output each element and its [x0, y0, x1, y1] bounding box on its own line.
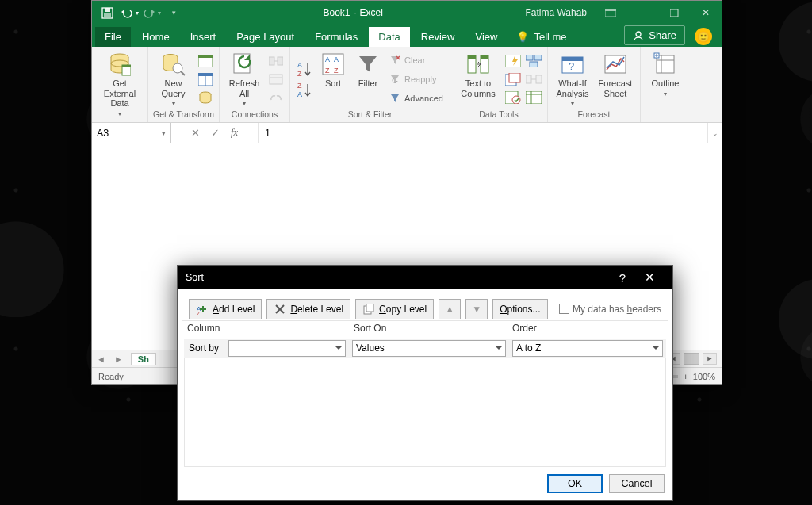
flash-fill-icon[interactable]	[504, 53, 522, 69]
connections-icon[interactable]	[267, 53, 285, 69]
group-sort-filter: Sort & Filter	[348, 109, 392, 121]
data-validation-icon[interactable]	[504, 90, 522, 105]
ok-button[interactable]: OK	[547, 474, 603, 493]
tab-page-layout[interactable]: Page Layout	[227, 27, 304, 47]
manage-data-model-icon[interactable]	[525, 90, 542, 105]
recent-sources-icon[interactable]	[197, 90, 214, 105]
advanced-icon	[389, 92, 401, 105]
from-table-icon[interactable]	[197, 71, 214, 87]
group-data-tools: Data Tools	[479, 109, 518, 121]
formula-bar: A3 ✕ ✓ fx 1 ⌄	[92, 123, 722, 143]
undo-icon[interactable]: ▾	[119, 2, 140, 23]
svg-rect-10	[122, 65, 131, 67]
sheet-nav[interactable]: ◄ ►	[97, 354, 126, 364]
svg-rect-4	[605, 9, 616, 11]
ribbon-display-icon[interactable]	[595, 1, 626, 25]
sheet-tab[interactable]: Sh	[131, 353, 156, 365]
cancel-button[interactable]: Cancel	[609, 474, 665, 493]
filter-button[interactable]: Filter	[352, 48, 384, 89]
outline-icon	[653, 52, 678, 77]
tab-data[interactable]: Data	[369, 27, 409, 47]
svg-rect-71	[366, 304, 373, 312]
expand-formula-bar-icon[interactable]: ⌄	[707, 123, 722, 143]
svg-point-44	[512, 96, 520, 104]
svg-text:Z: Z	[197, 311, 201, 315]
clear-filter-button[interactable]: Clear	[387, 52, 445, 69]
properties-icon[interactable]	[267, 71, 285, 87]
minimize-icon[interactable]: ─	[626, 1, 658, 25]
svg-text:A: A	[297, 61, 302, 69]
bulb-icon: 💡	[516, 31, 529, 43]
qat-customize-icon[interactable]: ▾	[163, 2, 184, 23]
save-icon[interactable]	[97, 2, 117, 23]
tab-view[interactable]: View	[465, 27, 507, 47]
maximize-icon[interactable]	[658, 1, 690, 25]
feedback-icon[interactable]: 🙂	[695, 28, 712, 45]
fx-icon[interactable]: fx	[231, 127, 238, 139]
tell-me[interactable]: 💡 Tell me	[508, 27, 574, 47]
svg-rect-42	[509, 73, 520, 82]
advanced-button[interactable]: Advanced	[387, 90, 445, 107]
enter-formula-icon[interactable]: ✓	[211, 127, 220, 139]
sort-level-row: Sort by Values A to Z	[184, 339, 666, 358]
database-icon	[107, 52, 132, 77]
edit-links-icon[interactable]	[267, 90, 285, 105]
add-level-button[interactable]: AZ Add Level	[189, 299, 262, 319]
sort-za-icon[interactable]: ZA	[295, 80, 314, 99]
get-external-data-button[interactable]: Get External Data ▾	[97, 48, 143, 117]
move-up-button[interactable]: ▲	[439, 299, 461, 319]
svg-text:Z: Z	[297, 82, 302, 90]
copy-level-button[interactable]: Copy Level	[355, 299, 434, 319]
text-to-columns-icon	[465, 52, 491, 77]
close-icon[interactable]: ✕	[635, 270, 665, 285]
delete-icon	[274, 303, 286, 316]
tab-formulas[interactable]: Formulas	[305, 27, 367, 47]
ribbon-tabs: File Home Insert Page Layout Formulas Da…	[92, 25, 722, 47]
close-icon[interactable]: ✕	[690, 1, 722, 25]
dialog-title-bar[interactable]: Sort ? ✕	[178, 266, 672, 289]
tab-file[interactable]: File	[95, 27, 131, 47]
share-button[interactable]: Share	[624, 25, 685, 45]
headers-checkbox[interactable]: My data has headers	[559, 304, 661, 315]
zoom-level: 100%	[693, 372, 715, 381]
move-down-button[interactable]: ▼	[465, 299, 488, 319]
sort-az-icon[interactable]: AZ	[295, 59, 314, 78]
cancel-formula-icon[interactable]: ✕	[191, 127, 200, 139]
show-queries-icon[interactable]	[197, 53, 214, 69]
tab-insert[interactable]: Insert	[181, 27, 226, 47]
dialog-title: Sort	[186, 272, 204, 283]
svg-rect-51	[526, 91, 542, 104]
forecast-sheet-button[interactable]: Forecast Sheet	[596, 48, 635, 98]
new-query-button[interactable]: New Query ▾	[154, 48, 193, 107]
consolidate-icon[interactable]	[525, 53, 542, 69]
sort-by-label: Sort by	[184, 342, 228, 354]
sort-column-combo[interactable]	[228, 340, 346, 357]
delete-level-button[interactable]: Delete Level	[266, 299, 350, 319]
tab-home[interactable]: Home	[132, 27, 179, 47]
svg-rect-48	[526, 75, 531, 83]
sort-on-combo[interactable]: Values	[352, 340, 506, 357]
reapply-button[interactable]: Reapply	[387, 71, 445, 88]
svg-text:Z: Z	[334, 67, 339, 75]
help-icon[interactable]: ?	[610, 271, 635, 285]
svg-rect-20	[269, 57, 274, 65]
user-name[interactable]: Fatima Wahab	[517, 7, 595, 18]
outline-button[interactable]: Outline ▾	[645, 48, 685, 98]
relationships-icon[interactable]	[525, 71, 542, 87]
filter-icon	[355, 52, 381, 77]
sort-button[interactable]: AZAZ Sort	[317, 48, 349, 89]
options-button[interactable]: Options...	[492, 299, 547, 319]
svg-rect-46	[534, 55, 542, 60]
sort-order-combo[interactable]: A to Z	[512, 340, 663, 357]
remove-duplicates-icon[interactable]	[504, 71, 522, 87]
name-box[interactable]: A3	[92, 123, 171, 143]
formula-input[interactable]: 1	[259, 123, 707, 143]
clear-icon	[389, 54, 401, 67]
tab-review[interactable]: Review	[412, 27, 465, 47]
refresh-all-button[interactable]: Refresh All ▾	[224, 48, 264, 107]
what-if-button[interactable]: ? What-If Analysis ▾	[553, 48, 592, 107]
svg-text:Z: Z	[325, 67, 330, 75]
redo-icon[interactable]: ▾	[141, 2, 162, 23]
svg-rect-23	[270, 75, 282, 84]
text-to-columns-button[interactable]: Text to Columns	[455, 48, 501, 98]
